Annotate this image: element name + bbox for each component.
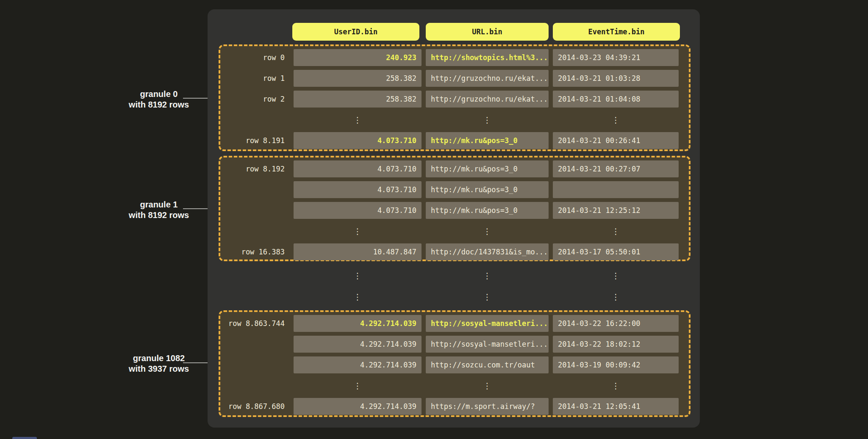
userid-cell: 4.073.710 bbox=[294, 202, 422, 219]
url-cell: http://mk.ru&pos=3_0 bbox=[426, 132, 549, 149]
column-header-url-bin: URL.bin bbox=[426, 23, 549, 41]
url-cell: https://m.sport.airway/? bbox=[426, 398, 549, 415]
eventtime-cell: 2014-03-17 05:50:01 bbox=[553, 243, 679, 260]
table-row: row 0240.923http://showtopics.html%3...2… bbox=[220, 47, 689, 68]
eventtime-cell: 2014-03-21 12:05:41 bbox=[553, 398, 679, 415]
table-row: row 1258.382http://gruzochno.ru/ekat...2… bbox=[220, 68, 689, 89]
eventtime-cell: 2014-03-21 00:26:41 bbox=[553, 132, 679, 149]
between-granules-ellipsis-row: ⋮⋮⋮ bbox=[220, 287, 691, 307]
row-label: row 0 bbox=[220, 47, 285, 68]
userid-cell: 258.382 bbox=[294, 91, 422, 108]
vertical-ellipsis-icon: ⋮ bbox=[553, 375, 679, 396]
url-cell: http://mk.ru&pos=3_0 bbox=[426, 181, 549, 198]
granule-1082-box: row 8.863.7444.292.714.039http://sosyal-… bbox=[219, 310, 691, 417]
row-label: row 8.191 bbox=[220, 130, 285, 151]
vertical-ellipsis-icon: ⋮ bbox=[294, 221, 422, 242]
table-row: 4.292.714.039http://sozcu.com.tr/oaut201… bbox=[220, 355, 689, 375]
eventtime-cell: 2014-03-22 16:22:00 bbox=[553, 315, 679, 332]
eventtime-cell: 2014-03-21 12:25:12 bbox=[553, 202, 679, 219]
userid-cell: 258.382 bbox=[294, 70, 422, 87]
url-cell: http://sozcu.com.tr/oaut bbox=[426, 356, 549, 373]
userid-cell: 10.487.847 bbox=[294, 243, 422, 260]
eventtime-cell: 2014-03-19 00:09:42 bbox=[553, 356, 679, 373]
vertical-ellipsis-icon: ⋮ bbox=[553, 221, 679, 242]
vertical-ellipsis-icon: ⋮ bbox=[553, 110, 679, 130]
table-row: 4.292.714.039http://sosyal-mansetleri...… bbox=[220, 334, 689, 355]
row-label: row 2 bbox=[220, 89, 285, 110]
url-cell: http://gruzochno.ru/ekat... bbox=[426, 70, 549, 87]
userid-cell: 4.292.714.039 bbox=[294, 315, 422, 332]
url-cell: http://showtopics.html%3... bbox=[426, 49, 549, 66]
granule-ellipsis-row: ⋮⋮⋮ bbox=[220, 221, 689, 242]
between-granules-ellipsis: ⋮⋮⋮ bbox=[220, 265, 691, 286]
vertical-ellipsis-icon: ⋮ bbox=[426, 287, 549, 307]
row-label: row 8.192 bbox=[220, 159, 285, 179]
vertical-ellipsis-icon: ⋮ bbox=[294, 287, 422, 307]
url-cell: http://doc/1437831&is_mo... bbox=[426, 243, 549, 260]
eventtime-cell: 2014-03-21 01:03:28 bbox=[553, 70, 679, 87]
table-row: row 2258.382http://gruzochno.ru/ekat...2… bbox=[220, 89, 689, 110]
row-label: row 16.383 bbox=[220, 242, 285, 262]
eventtime-cell bbox=[553, 181, 679, 198]
url-cell: http://gruzochno.ru/ekat... bbox=[426, 91, 549, 108]
column-files-panel: UserID.bin URL.bin EventTime.bin row 024… bbox=[208, 9, 700, 428]
granules-diagram: granule 0 with 8192 rows granule 1 with … bbox=[0, 0, 868, 439]
userid-cell: 4.073.710 bbox=[294, 160, 422, 177]
column-header-eventtime-bin: EventTime.bin bbox=[553, 23, 680, 41]
granule-1-rowcount: with 8192 rows bbox=[104, 210, 214, 221]
userid-cell: 4.292.714.039 bbox=[294, 398, 422, 415]
url-cell: http://sosyal-mansetleri... bbox=[426, 315, 549, 332]
granule-0-rowcount: with 8192 rows bbox=[104, 99, 214, 110]
row-label: row 1 bbox=[220, 68, 285, 89]
table-row: row 8.1924.073.710http://mk.ru&pos=3_020… bbox=[220, 159, 689, 179]
url-cell: http://mk.ru&pos=3_0 bbox=[426, 202, 549, 219]
table-row: 4.073.710http://mk.ru&pos=3_02014-03-21 … bbox=[220, 200, 689, 221]
granule-1-box: row 8.1924.073.710http://mk.ru&pos=3_020… bbox=[219, 156, 691, 261]
vertical-ellipsis-icon: ⋮ bbox=[426, 265, 549, 286]
row-label: row 8.863.744 bbox=[220, 313, 285, 334]
granule-0-box: row 0240.923http://showtopics.html%3...2… bbox=[219, 44, 691, 151]
userid-cell: 4.073.710 bbox=[294, 132, 422, 149]
bottom-edge-blue-sliver bbox=[12, 437, 37, 439]
url-cell: http://mk.ru&pos=3_0 bbox=[426, 160, 549, 177]
granule-ellipsis-row: ⋮⋮⋮ bbox=[220, 110, 689, 130]
userid-cell: 4.073.710 bbox=[294, 181, 422, 198]
between-granules-ellipsis-row: ⋮⋮⋮ bbox=[220, 265, 691, 286]
eventtime-cell: 2014-03-22 18:02:12 bbox=[553, 336, 679, 353]
between-granules-ellipsis: ⋮⋮⋮ bbox=[220, 287, 691, 307]
vertical-ellipsis-icon: ⋮ bbox=[426, 375, 549, 396]
table-row: 4.073.710http://mk.ru&pos=3_0 bbox=[220, 179, 689, 200]
column-header-userid-bin: UserID.bin bbox=[292, 23, 419, 41]
userid-cell: 240.923 bbox=[294, 49, 422, 66]
table-row: row 8.867.6804.292.714.039https://m.spor… bbox=[220, 396, 689, 417]
table-row: row 16.38310.487.847http://doc/1437831&i… bbox=[220, 242, 689, 262]
granule-ellipsis-row: ⋮⋮⋮ bbox=[220, 375, 689, 396]
vertical-ellipsis-icon: ⋮ bbox=[553, 287, 679, 307]
eventtime-cell: 2014-03-21 00:27:07 bbox=[553, 160, 679, 177]
table-row: row 8.1914.073.710http://mk.ru&pos=3_020… bbox=[220, 130, 689, 151]
vertical-ellipsis-icon: ⋮ bbox=[426, 221, 549, 242]
eventtime-cell: 2014-03-23 04:39:21 bbox=[553, 49, 679, 66]
userid-cell: 4.292.714.039 bbox=[294, 336, 422, 353]
eventtime-cell: 2014-03-21 01:04:08 bbox=[553, 91, 679, 108]
url-cell: http://sosyal-mansetleri... bbox=[426, 336, 549, 353]
vertical-ellipsis-icon: ⋮ bbox=[294, 375, 422, 396]
userid-cell: 4.292.714.039 bbox=[294, 356, 422, 373]
vertical-ellipsis-icon: ⋮ bbox=[294, 110, 422, 130]
vertical-ellipsis-icon: ⋮ bbox=[294, 265, 422, 286]
vertical-ellipsis-icon: ⋮ bbox=[426, 110, 549, 130]
row-label: row 8.867.680 bbox=[220, 396, 285, 417]
vertical-ellipsis-icon: ⋮ bbox=[553, 265, 679, 286]
table-row: row 8.863.7444.292.714.039http://sosyal-… bbox=[220, 313, 689, 334]
